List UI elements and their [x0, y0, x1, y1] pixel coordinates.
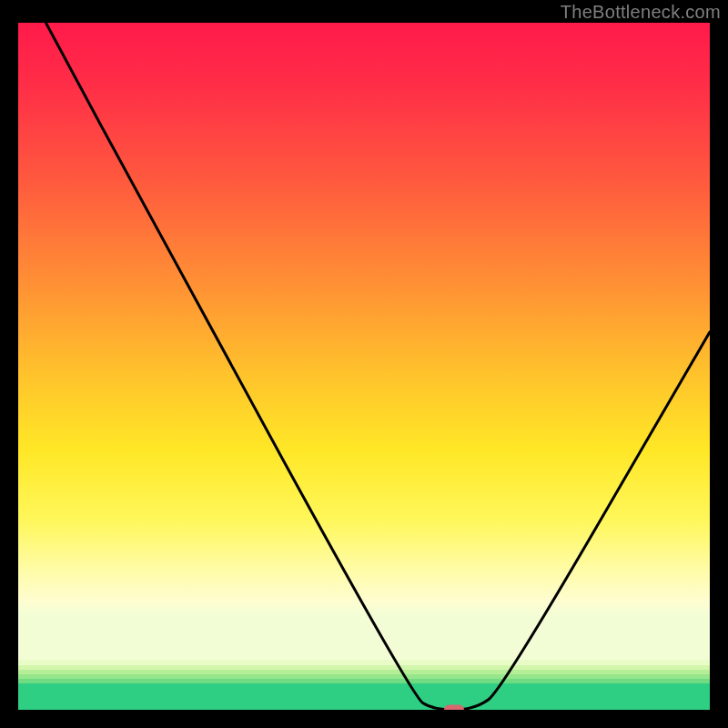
optimal-marker: [444, 705, 464, 711]
plot-area: [18, 23, 710, 710]
curve-path: [46, 23, 710, 710]
bottleneck-line: [18, 23, 710, 710]
watermark-text: TheBottleneck.com: [561, 2, 721, 23]
chart-frame: TheBottleneck.com: [0, 0, 728, 728]
